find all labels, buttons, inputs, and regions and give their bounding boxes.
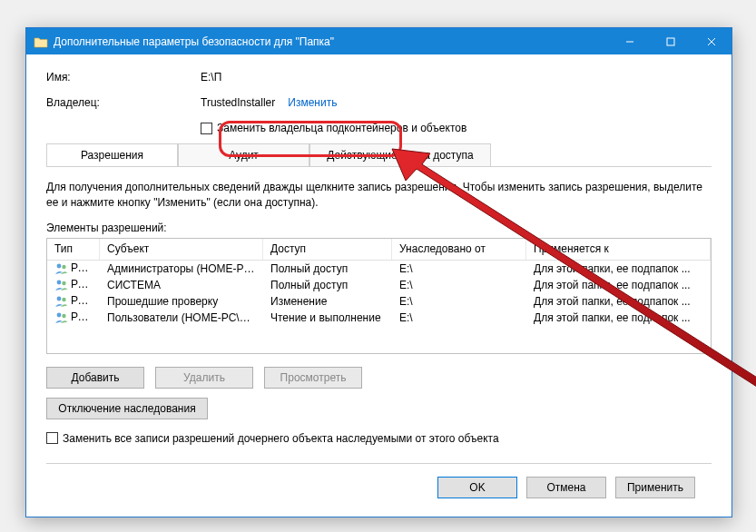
replace-child-checkbox[interactable] xyxy=(46,432,58,444)
cell-subject: Пользователи (HOME-PC\П... xyxy=(100,310,263,325)
table-row[interactable]: Разр...Пользователи (HOME-PC\П...Чтение … xyxy=(47,310,711,326)
cancel-button[interactable]: Отмена xyxy=(526,477,606,498)
apply-button[interactable]: Применить xyxy=(615,477,695,498)
cell-type: Разр... xyxy=(71,310,100,323)
cell-applies: Для этой папки, ее подпапок ... xyxy=(526,294,711,309)
cell-inherited: E:\ xyxy=(392,278,526,292)
replace-child-row: Заменить все записи разрешений дочернего… xyxy=(46,432,712,445)
tab-effective[interactable]: Действующие права доступа xyxy=(309,143,491,166)
name-label: Имя: xyxy=(46,71,201,84)
users-icon xyxy=(54,310,69,325)
tab-permissions[interactable]: Разрешения xyxy=(46,143,178,166)
svg-point-7 xyxy=(62,281,65,284)
close-button[interactable] xyxy=(691,28,731,54)
col-type[interactable]: Тип xyxy=(47,239,100,260)
cell-inherited: E:\ xyxy=(392,261,526,276)
table-row[interactable]: Разр...СИСТЕМАПолный доступE:\Для этой п… xyxy=(47,277,711,293)
col-access[interactable]: Доступ xyxy=(263,239,392,260)
description-text: Для получения дополнительных сведений дв… xyxy=(46,180,712,211)
cell-type: Разр... xyxy=(71,294,100,307)
titlebar: Дополнительные параметры безопасности дл… xyxy=(26,28,731,54)
add-button[interactable]: Добавить xyxy=(46,367,144,389)
cell-access: Изменение xyxy=(263,294,392,309)
cell-inherited: E:\ xyxy=(392,294,526,309)
svg-point-10 xyxy=(57,312,62,317)
col-inherited[interactable]: Унаследовано от xyxy=(392,239,526,260)
table-row[interactable]: Разр...Администраторы (HOME-PC...Полный … xyxy=(47,261,711,277)
svg-point-8 xyxy=(57,296,62,300)
change-owner-link[interactable]: Изменить xyxy=(288,96,337,109)
table-row[interactable]: Разр...Прошедшие проверкуИзменениеE:\Для… xyxy=(47,293,711,310)
cell-inherited: E:\ xyxy=(392,310,526,325)
permissions-label: Элементы разрешений: xyxy=(46,222,712,234)
cell-subject: СИСТЕМА xyxy=(100,278,263,292)
users-icon xyxy=(54,261,69,276)
cell-access: Полный доступ xyxy=(263,278,392,292)
cell-access: Полный доступ xyxy=(263,261,392,276)
users-icon xyxy=(54,294,69,309)
table-header: Тип Субъект Доступ Унаследовано от Приме… xyxy=(47,239,711,261)
cell-applies: Для этой папки, ее подпапок ... xyxy=(526,310,711,325)
col-applies[interactable]: Применяется к xyxy=(526,239,711,260)
maximize-button[interactable] xyxy=(650,28,691,54)
ok-button[interactable]: OK xyxy=(437,477,517,498)
table-body: Разр...Администраторы (HOME-PC...Полный … xyxy=(47,261,711,326)
permissions-table: Тип Субъект Доступ Унаследовано от Приме… xyxy=(46,238,712,354)
replace-owner-checkbox[interactable] xyxy=(201,123,212,134)
disable-inheritance-button[interactable]: Отключение наследования xyxy=(46,398,208,419)
svg-point-4 xyxy=(57,263,62,268)
col-subject[interactable]: Субъект xyxy=(100,239,263,260)
window-title: Дополнительные параметры безопасности дл… xyxy=(54,35,334,48)
name-value: E:\П xyxy=(201,71,221,84)
replace-owner-row: Заменить владельца подконтейнеров и объе… xyxy=(201,122,712,134)
tab-audit[interactable]: Аудит xyxy=(178,143,309,166)
svg-point-11 xyxy=(62,313,65,317)
folder-icon xyxy=(34,35,48,48)
view-button: Просмотреть xyxy=(264,367,362,389)
content-area: Имя: E:\П Владелец: TrustedInstaller Изм… xyxy=(26,54,731,513)
security-dialog: Дополнительные параметры безопасности дл… xyxy=(25,27,732,517)
svg-point-6 xyxy=(57,280,62,284)
cell-subject: Прошедшие проверку xyxy=(100,294,263,309)
cell-type: Разр... xyxy=(71,278,100,291)
svg-point-9 xyxy=(62,297,65,300)
window-controls xyxy=(609,28,731,54)
cell-applies: Для этой папки, ее подпапок ... xyxy=(526,261,711,276)
owner-value: TrustedInstaller xyxy=(201,96,275,109)
cell-subject: Администраторы (HOME-PC... xyxy=(100,261,263,276)
owner-label: Владелец: xyxy=(46,96,201,109)
svg-rect-1 xyxy=(667,38,674,45)
tabs: Разрешения Аудит Действующие права досту… xyxy=(46,143,712,167)
svg-point-5 xyxy=(62,264,65,268)
dialog-buttons: OK Отмена Применить xyxy=(46,464,712,498)
cell-type: Разр... xyxy=(71,261,100,274)
users-icon xyxy=(54,278,69,292)
remove-button: Удалить xyxy=(155,367,253,389)
cell-access: Чтение и выполнение xyxy=(263,310,392,325)
cell-applies: Для этой папки, ее подпапок ... xyxy=(526,278,711,292)
replace-child-label: Заменить все записи разрешений дочернего… xyxy=(63,432,499,445)
minimize-button[interactable] xyxy=(609,28,650,54)
replace-owner-label: Заменить владельца подконтейнеров и объе… xyxy=(217,122,466,134)
